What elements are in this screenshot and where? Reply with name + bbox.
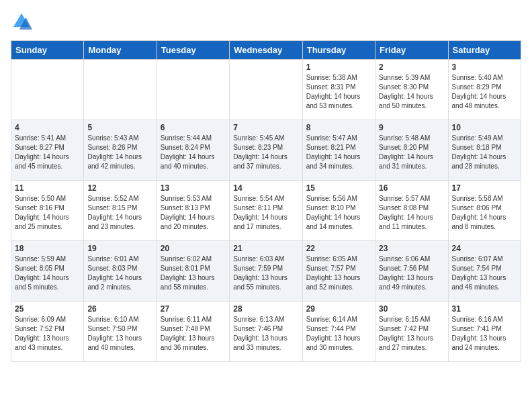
day-info: Sunrise: 6:16 AM Sunset: 7:41 PM Dayligh… (452, 315, 517, 353)
day-info: Sunrise: 6:01 AM Sunset: 8:03 PM Dayligh… (87, 255, 152, 292)
day-number: 4 (15, 123, 80, 132)
day-info: Sunrise: 5:47 AM Sunset: 8:21 PM Dayligh… (306, 134, 371, 171)
day-cell (157, 60, 229, 120)
day-info: Sunrise: 6:05 AM Sunset: 7:57 PM Dayligh… (306, 255, 371, 292)
day-cell: 2Sunrise: 5:39 AM Sunset: 8:30 PM Daylig… (375, 60, 448, 120)
day-number: 14 (233, 183, 298, 193)
day-number: 23 (379, 244, 444, 253)
day-info: Sunrise: 5:49 AM Sunset: 8:18 PM Dayligh… (452, 134, 517, 171)
day-number: 5 (87, 123, 152, 132)
day-number: 6 (161, 123, 226, 132)
day-info: Sunrise: 5:45 AM Sunset: 8:23 PM Dayligh… (233, 134, 298, 171)
day-number: 27 (161, 304, 226, 314)
day-cell: 22Sunrise: 6:05 AM Sunset: 7:57 PM Dayli… (302, 241, 375, 302)
day-cell (230, 60, 302, 120)
week-row-2: 4Sunrise: 5:41 AM Sunset: 8:27 PM Daylig… (11, 120, 521, 181)
col-wednesday: Wednesday (230, 41, 302, 60)
day-cell: 29Sunrise: 6:14 AM Sunset: 7:44 PM Dayli… (302, 302, 375, 362)
day-cell: 25Sunrise: 6:09 AM Sunset: 7:52 PM Dayli… (11, 302, 84, 362)
day-number: 25 (15, 304, 80, 314)
day-info: Sunrise: 5:53 AM Sunset: 8:13 PM Dayligh… (161, 194, 226, 232)
day-number: 24 (452, 244, 517, 253)
col-saturday: Saturday (448, 41, 521, 60)
day-number: 16 (379, 183, 444, 193)
day-cell: 15Sunrise: 5:56 AM Sunset: 8:10 PM Dayli… (302, 181, 375, 241)
day-cell: 9Sunrise: 5:48 AM Sunset: 8:20 PM Daylig… (375, 120, 448, 181)
day-number: 9 (379, 123, 444, 132)
day-cell: 31Sunrise: 6:16 AM Sunset: 7:41 PM Dayli… (448, 302, 521, 362)
day-number: 30 (379, 304, 444, 314)
day-info: Sunrise: 6:10 AM Sunset: 7:50 PM Dayligh… (87, 315, 152, 353)
day-cell: 3Sunrise: 5:40 AM Sunset: 8:29 PM Daylig… (448, 60, 521, 120)
day-number: 13 (161, 183, 226, 193)
day-info: Sunrise: 5:54 AM Sunset: 8:11 PM Dayligh… (233, 194, 298, 232)
week-row-4: 18Sunrise: 5:59 AM Sunset: 8:05 PM Dayli… (11, 241, 521, 302)
day-cell: 19Sunrise: 6:01 AM Sunset: 8:03 PM Dayli… (84, 241, 157, 302)
calendar-table: Sunday Monday Tuesday Wednesday Thursday… (11, 40, 521, 362)
day-cell (84, 60, 157, 120)
page-header (11, 11, 521, 32)
day-info: Sunrise: 5:44 AM Sunset: 8:24 PM Dayligh… (161, 134, 226, 171)
day-info: Sunrise: 6:14 AM Sunset: 7:44 PM Dayligh… (306, 315, 371, 353)
day-cell: 6Sunrise: 5:44 AM Sunset: 8:24 PM Daylig… (157, 120, 229, 181)
day-number: 22 (306, 244, 371, 253)
col-tuesday: Tuesday (157, 41, 229, 60)
week-row-1: 1Sunrise: 5:38 AM Sunset: 8:31 PM Daylig… (11, 60, 521, 120)
day-number: 11 (15, 183, 80, 193)
day-cell: 7Sunrise: 5:45 AM Sunset: 8:23 PM Daylig… (230, 120, 302, 181)
col-thursday: Thursday (302, 41, 375, 60)
day-cell (11, 60, 84, 120)
day-info: Sunrise: 6:15 AM Sunset: 7:42 PM Dayligh… (379, 315, 444, 353)
day-info: Sunrise: 6:03 AM Sunset: 7:59 PM Dayligh… (233, 255, 298, 292)
day-cell: 18Sunrise: 5:59 AM Sunset: 8:05 PM Dayli… (11, 241, 84, 302)
day-info: Sunrise: 5:48 AM Sunset: 8:20 PM Dayligh… (379, 134, 444, 171)
day-info: Sunrise: 5:57 AM Sunset: 8:08 PM Dayligh… (379, 194, 444, 232)
col-monday: Monday (84, 41, 157, 60)
week-row-3: 11Sunrise: 5:50 AM Sunset: 8:16 PM Dayli… (11, 181, 521, 241)
day-number: 19 (87, 244, 152, 253)
day-cell: 20Sunrise: 6:02 AM Sunset: 8:01 PM Dayli… (157, 241, 229, 302)
day-info: Sunrise: 5:39 AM Sunset: 8:30 PM Dayligh… (379, 73, 444, 111)
day-number: 8 (306, 123, 371, 132)
day-cell: 27Sunrise: 6:11 AM Sunset: 7:48 PM Dayli… (157, 302, 229, 362)
day-cell: 5Sunrise: 5:43 AM Sunset: 8:26 PM Daylig… (84, 120, 157, 181)
day-number: 31 (452, 304, 517, 314)
day-cell: 13Sunrise: 5:53 AM Sunset: 8:13 PM Dayli… (157, 181, 229, 241)
day-info: Sunrise: 6:06 AM Sunset: 7:56 PM Dayligh… (379, 255, 444, 292)
day-cell: 4Sunrise: 5:41 AM Sunset: 8:27 PM Daylig… (11, 120, 84, 181)
calendar-header: Sunday Monday Tuesday Wednesday Thursday… (11, 41, 521, 60)
day-cell: 16Sunrise: 5:57 AM Sunset: 8:08 PM Dayli… (375, 181, 448, 241)
day-number: 7 (233, 123, 298, 132)
calendar-body: 1Sunrise: 5:38 AM Sunset: 8:31 PM Daylig… (11, 60, 521, 362)
day-cell: 24Sunrise: 6:07 AM Sunset: 7:54 PM Dayli… (448, 241, 521, 302)
day-number: 17 (452, 183, 517, 193)
day-info: Sunrise: 6:02 AM Sunset: 8:01 PM Dayligh… (161, 255, 226, 292)
day-cell: 28Sunrise: 6:13 AM Sunset: 7:46 PM Dayli… (230, 302, 302, 362)
day-number: 21 (233, 244, 298, 253)
day-info: Sunrise: 5:52 AM Sunset: 8:15 PM Dayligh… (87, 194, 152, 232)
day-number: 18 (15, 244, 80, 253)
day-cell: 17Sunrise: 5:58 AM Sunset: 8:06 PM Dayli… (448, 181, 521, 241)
day-info: Sunrise: 6:11 AM Sunset: 7:48 PM Dayligh… (161, 315, 226, 353)
day-info: Sunrise: 5:38 AM Sunset: 8:31 PM Dayligh… (306, 73, 371, 111)
header-row: Sunday Monday Tuesday Wednesday Thursday… (11, 41, 521, 60)
day-number: 20 (161, 244, 226, 253)
day-cell: 8Sunrise: 5:47 AM Sunset: 8:21 PM Daylig… (302, 120, 375, 181)
day-number: 1 (306, 62, 371, 72)
day-cell: 1Sunrise: 5:38 AM Sunset: 8:31 PM Daylig… (302, 60, 375, 120)
day-cell: 10Sunrise: 5:49 AM Sunset: 8:18 PM Dayli… (448, 120, 521, 181)
day-info: Sunrise: 5:50 AM Sunset: 8:16 PM Dayligh… (15, 194, 80, 232)
day-cell: 11Sunrise: 5:50 AM Sunset: 8:16 PM Dayli… (11, 181, 84, 241)
day-cell: 12Sunrise: 5:52 AM Sunset: 8:15 PM Dayli… (84, 181, 157, 241)
day-info: Sunrise: 5:59 AM Sunset: 8:05 PM Dayligh… (15, 255, 80, 292)
day-cell: 14Sunrise: 5:54 AM Sunset: 8:11 PM Dayli… (230, 181, 302, 241)
day-cell: 30Sunrise: 6:15 AM Sunset: 7:42 PM Dayli… (375, 302, 448, 362)
day-number: 28 (233, 304, 298, 314)
day-info: Sunrise: 5:41 AM Sunset: 8:27 PM Dayligh… (15, 134, 80, 171)
day-info: Sunrise: 5:56 AM Sunset: 8:10 PM Dayligh… (306, 194, 371, 232)
day-number: 29 (306, 304, 371, 314)
day-info: Sunrise: 6:13 AM Sunset: 7:46 PM Dayligh… (233, 315, 298, 353)
day-number: 2 (379, 62, 444, 72)
day-number: 10 (452, 123, 517, 132)
day-info: Sunrise: 6:09 AM Sunset: 7:52 PM Dayligh… (15, 315, 80, 353)
